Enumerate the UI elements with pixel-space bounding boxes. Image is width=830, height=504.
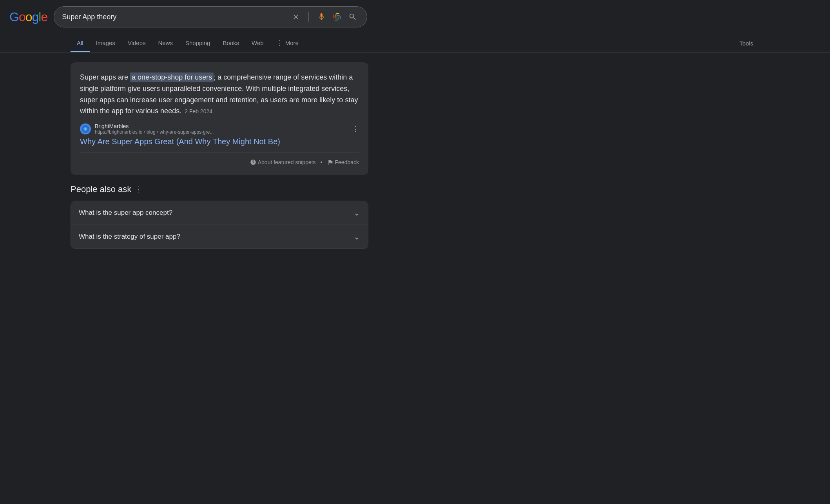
snippet-highlighted: a one-stop-shop for users (130, 73, 214, 82)
clear-button[interactable] (290, 11, 302, 23)
paa-question-2: What is the strategy of super app? (79, 233, 180, 241)
dot-separator: • (321, 159, 323, 165)
source-menu-button[interactable]: ⋮ (352, 125, 359, 133)
brightmarbles-logo-icon (82, 125, 89, 133)
tab-images[interactable]: Images (90, 35, 121, 52)
search-input[interactable] (62, 13, 286, 21)
close-icon (292, 13, 300, 21)
flag-icon (327, 159, 333, 165)
search-divider (308, 12, 309, 22)
paa-list: What is the super app concept? ⌄ What is… (71, 201, 368, 249)
tab-videos[interactable]: Videos (121, 35, 152, 52)
snippet-footer: About featured snippets • Feedback (80, 152, 359, 165)
search-bar (54, 6, 367, 27)
lens-icon (333, 13, 341, 21)
paa-menu-button[interactable]: ⋮ (135, 185, 142, 194)
microphone-icon (317, 13, 326, 21)
question-circle-icon (250, 159, 256, 165)
tab-books[interactable]: Books (216, 35, 245, 52)
tab-all[interactable]: All (71, 35, 90, 52)
paa-question-1: What is the super app concept? (79, 209, 172, 217)
google-logo: Google (9, 10, 47, 24)
chevron-down-icon-1: ⌄ (353, 208, 360, 218)
source-favicon (80, 123, 91, 134)
search-icon (348, 13, 357, 21)
svg-point-3 (85, 128, 87, 130)
feedback-label: Feedback (335, 159, 359, 165)
search-button[interactable] (346, 11, 359, 23)
source-info: BrightMarbles https://brightmarbles.io ›… (95, 123, 214, 135)
paa-header: People also ask ⋮ (71, 184, 368, 194)
lens-button[interactable] (331, 11, 343, 23)
snippet-date: 2 Feb 2024 (185, 108, 212, 114)
header: Google (0, 0, 830, 34)
tab-shopping[interactable]: Shopping (179, 35, 216, 52)
more-dots-icon: ⋮ (276, 38, 284, 47)
nav-tabs: All Images Videos News Shopping Books We… (0, 34, 830, 53)
main-content: Super apps are a one-stop-shop for users… (0, 53, 549, 258)
paa-item-1[interactable]: What is the super app concept? ⌄ (71, 201, 368, 225)
source-row: BrightMarbles https://brightmarbles.io ›… (80, 123, 359, 135)
tab-news[interactable]: News (152, 35, 179, 52)
chevron-down-icon-2: ⌄ (353, 232, 360, 241)
tab-web[interactable]: Web (245, 35, 270, 52)
tools-button[interactable]: Tools (733, 35, 759, 51)
snippet-text-before: Super apps are (80, 73, 130, 81)
source-name: BrightMarbles (95, 123, 214, 129)
about-snippets-label: About featured snippets (258, 159, 316, 165)
source-url: https://brightmarbles.io › blog › why-ar… (95, 129, 214, 135)
about-snippets-link[interactable]: About featured snippets (250, 159, 316, 165)
snippet-text: Super apps are a one-stop-shop for users… (80, 72, 359, 117)
paa-title: People also ask (71, 184, 131, 194)
result-title-link[interactable]: Why Are Super Apps Great (And Why They M… (80, 137, 280, 146)
featured-snippet: Super apps are a one-stop-shop for users… (71, 62, 368, 175)
voice-search-button[interactable] (315, 11, 328, 23)
people-also-ask-section: People also ask ⋮ What is the super app … (71, 184, 368, 249)
tab-more[interactable]: ⋮ More (270, 34, 305, 53)
search-bar-wrapper (54, 6, 367, 27)
paa-item-2[interactable]: What is the strategy of super app? ⌄ (71, 225, 368, 248)
feedback-link[interactable]: Feedback (327, 159, 359, 165)
